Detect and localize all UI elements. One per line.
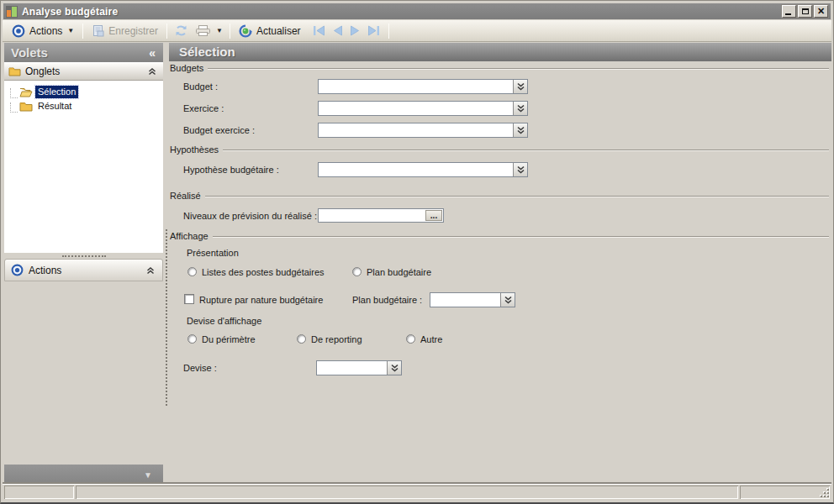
group-budgets: Budgets <box>170 63 829 73</box>
group-realise: Réalisé <box>170 191 829 201</box>
radio-plan-budgetaire-label[interactable]: Plan budgétaire <box>367 267 431 278</box>
app-window: Analyse budgétaire ✕ Actions ▼ <box>0 0 834 504</box>
devise-combo[interactable] <box>316 360 402 375</box>
devise-radio-row: Du périmètre De reporting Autre <box>169 333 831 345</box>
save-button-label: Enregistrer <box>108 25 158 37</box>
group-affichage: Affichage <box>170 231 829 241</box>
volets-header: Volets « <box>4 43 163 62</box>
bullseye-icon <box>12 24 25 38</box>
radio-autre[interactable] <box>406 334 415 344</box>
bullseye-icon <box>11 264 24 276</box>
chevron-double-up-icon[interactable] <box>148 67 156 76</box>
panel-title: Sélection <box>169 43 831 61</box>
titlebar[interactable]: Analyse budgétaire ✕ <box>3 3 831 19</box>
niveaux-field[interactable]: ... <box>318 208 444 223</box>
print-button[interactable]: ▼ <box>192 23 226 39</box>
collapse-panel-icon[interactable]: « <box>149 47 156 59</box>
group-hypotheses-label: Hypothèses <box>170 144 219 155</box>
budget-combo[interactable] <box>318 79 528 94</box>
status-cell-2 <box>76 486 738 499</box>
combo-dropdown-button[interactable] <box>387 361 401 375</box>
hypothese-combo[interactable] <box>318 162 528 177</box>
radio-de-reporting-label[interactable]: De reporting <box>311 334 362 345</box>
combo-dropdown-button[interactable] <box>513 80 527 93</box>
field-row-hypothese: Hypothèse budgétaire : <box>169 162 831 177</box>
chevron-double-up-icon[interactable] <box>146 266 155 275</box>
exercice-combo[interactable] <box>318 101 528 116</box>
checkbox-rupture-label[interactable]: Rupture par nature budgétaire <box>199 295 323 306</box>
budget-exercice-combo-value <box>321 124 511 136</box>
status-cell-3 <box>740 486 830 499</box>
checkbox-rupture[interactable] <box>184 294 194 304</box>
plan-combo[interactable] <box>430 292 515 307</box>
field-row-budget: Budget : <box>169 79 831 94</box>
minimize-button[interactable] <box>782 5 796 18</box>
combo-dropdown-button[interactable] <box>500 293 515 307</box>
radio-listes-postes[interactable] <box>187 267 197 276</box>
actions-section-label: Actions <box>29 265 61 276</box>
tree-connector <box>10 88 18 98</box>
devise-combo-value <box>319 362 385 374</box>
splitter-grip-dots <box>62 255 106 257</box>
hypothese-label: Hypothèse budgétaire : <box>183 162 279 177</box>
window-controls: ✕ <box>782 5 828 18</box>
devise-affichage-label: Devise d'affichage <box>187 316 261 326</box>
horizontal-splitter[interactable] <box>4 253 163 259</box>
devise-label: Devise : <box>183 360 217 375</box>
onglets-section-header[interactable]: Onglets <box>4 62 163 81</box>
exercice-label: Exercice : <box>183 101 224 116</box>
record-navigation <box>313 25 385 36</box>
rupture-row: Rupture par nature budgétaire Plan budgé… <box>169 291 831 308</box>
tree-item-label[interactable]: Sélection <box>35 86 78 98</box>
actions-section-header[interactable]: Actions <box>4 259 163 281</box>
presentation-radio-row: Listes des postes budgétaires Plan budgé… <box>169 266 831 278</box>
plan-combo-value <box>433 294 499 306</box>
status-bar <box>3 484 831 501</box>
chevron-double-down-icon <box>517 82 525 91</box>
radio-autre-label[interactable]: Autre <box>420 334 442 345</box>
vertical-splitter[interactable] <box>164 43 168 485</box>
toolbar-separator <box>166 24 167 39</box>
previous-record-icon[interactable] <box>332 25 343 36</box>
chevron-double-down-icon <box>517 165 525 174</box>
refresh-data-button[interactable]: Actualiser <box>234 23 306 39</box>
radio-plan-budgetaire[interactable] <box>352 267 362 276</box>
actions-panel-empty <box>4 281 163 465</box>
combo-dropdown-button[interactable] <box>513 123 527 137</box>
next-record-icon[interactable] <box>350 25 361 36</box>
save-button[interactable]: Enregistrer <box>87 23 163 39</box>
group-line <box>213 236 829 237</box>
maximize-button[interactable] <box>798 5 812 18</box>
combo-dropdown-button[interactable] <box>513 163 527 176</box>
browse-button[interactable]: ... <box>425 210 442 221</box>
group-affichage-label: Affichage <box>170 231 208 241</box>
chevron-double-down-icon <box>517 126 525 134</box>
plan-combo-label: Plan budgétaire : <box>352 295 422 306</box>
tree-item-resultat[interactable]: Résultat <box>4 98 163 113</box>
actions-button[interactable]: Actions ▼ <box>7 23 79 39</box>
close-button[interactable]: ✕ <box>814 5 828 18</box>
radio-du-perimetre[interactable] <box>187 334 197 344</box>
refresh-button[interactable] <box>171 23 192 39</box>
toolbar: Actions ▼ Enregistrer <box>3 20 831 42</box>
minimize-icon <box>785 13 791 15</box>
tree-item-label[interactable]: Résultat <box>35 100 74 113</box>
folder-open-icon <box>19 87 33 97</box>
radio-de-reporting[interactable] <box>297 334 306 344</box>
radio-listes-postes-label[interactable]: Listes des postes budgétaires <box>202 267 325 278</box>
group-realise-label: Réalisé <box>170 191 201 201</box>
tree-item-selection[interactable]: Sélection <box>4 84 163 98</box>
first-record-icon[interactable] <box>313 25 325 36</box>
onglets-tree: Sélection Résultat <box>4 81 163 253</box>
app-icon <box>6 6 18 18</box>
exercice-combo-value <box>321 102 511 114</box>
sidebar-bottom-bar[interactable]: ▼ <box>4 465 163 485</box>
field-row-budget-exercice: Budget exercice : <box>169 123 831 138</box>
budget-exercice-combo[interactable] <box>318 123 528 138</box>
resize-grip-icon[interactable] <box>820 488 829 497</box>
group-hypotheses: Hypothèses <box>170 144 829 155</box>
combo-dropdown-button[interactable] <box>513 102 527 115</box>
last-record-icon[interactable] <box>367 25 380 36</box>
field-row-niveaux: Niveaux de prévision du réalisé : ... <box>169 208 831 223</box>
radio-du-perimetre-label[interactable]: Du périmètre <box>202 334 256 345</box>
